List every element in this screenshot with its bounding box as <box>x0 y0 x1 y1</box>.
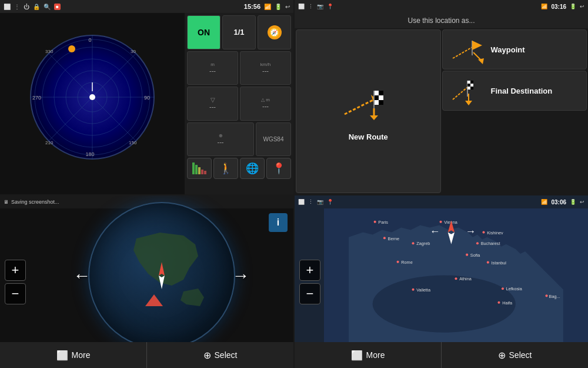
svg-marker-41 <box>478 58 484 64</box>
svg-text:Haifa: Haifa <box>502 300 513 306</box>
bars-btn[interactable] <box>187 158 212 179</box>
more-label-4: More <box>366 350 385 360</box>
select-btn-3[interactable]: ⊕ Select <box>147 342 293 368</box>
more-label-3: More <box>72 350 91 360</box>
home-icon-2: ⬜ <box>298 4 305 9</box>
svg-point-63 <box>397 261 399 263</box>
gps-wgs-cell: WGS84 <box>256 122 291 157</box>
svg-rect-32 <box>374 100 379 105</box>
zoom-out-btn[interactable]: − <box>5 283 26 304</box>
svg-text:270: 270 <box>32 95 41 101</box>
svg-text:180: 180 <box>85 151 94 157</box>
gps-row-2: m --- km/h --- <box>187 51 291 85</box>
home-icon-4: ⬜ <box>298 199 305 205</box>
gps-info-panel: ON 1/1 🧭 m --- km/h --- ▽ --- <box>185 0 293 194</box>
svg-text:Sofia: Sofia <box>470 253 481 258</box>
new-route-label: New Route <box>349 132 388 141</box>
svg-point-18 <box>89 94 95 100</box>
svg-point-57 <box>374 221 376 223</box>
back-icon[interactable]: ↩ <box>285 4 290 10</box>
svg-text:Valletta: Valletta <box>416 287 431 293</box>
select-icon-3: ⊕ <box>203 350 211 361</box>
zoom-out-btn-4[interactable]: − <box>299 283 320 304</box>
zoom-in-btn[interactable]: + <box>5 260 26 281</box>
gps-meters-cell: m --- <box>187 51 238 85</box>
pin-btn[interactable]: 📍 <box>266 158 291 179</box>
svg-point-71 <box>476 242 479 244</box>
svg-text:→: → <box>466 226 476 237</box>
svg-rect-47 <box>470 84 473 87</box>
final-dest-label: Final Destination <box>491 87 553 95</box>
back-icon-2[interactable]: ↩ <box>580 4 584 9</box>
more-btn-4[interactable]: ⬜ More <box>295 342 442 368</box>
svg-point-20 <box>68 45 75 52</box>
svg-text:Rome: Rome <box>401 260 412 265</box>
gps-row-3: ▽ --- △ m --- <box>187 87 291 121</box>
svg-marker-36 <box>370 115 378 120</box>
svg-point-69 <box>482 231 485 234</box>
svg-text:150: 150 <box>129 140 137 145</box>
signal-icon-4: 📶 <box>541 199 547 205</box>
location-title: Use this location as... <box>295 13 588 28</box>
location-options: New Route Waypoint <box>295 28 588 194</box>
gps-compass-btn[interactable]: 🧭 <box>258 15 291 49</box>
bottom-toolbar-3: ⬜ More ⊕ Select <box>0 342 293 368</box>
svg-marker-51 <box>465 101 472 105</box>
gps-bottom-buttons: 🚶 🌐 📍 <box>187 158 291 192</box>
svg-point-59 <box>383 237 386 239</box>
svg-rect-22 <box>195 165 198 174</box>
svg-text:Zagreb: Zagreb <box>416 241 430 246</box>
gps-row-4: ⊕ --- WGS84 <box>187 122 291 157</box>
select-btn-4[interactable]: ⊕ Select <box>442 342 588 368</box>
screen-icon: 🖥 <box>4 199 9 205</box>
svg-line-37 <box>453 47 473 58</box>
new-route-option[interactable]: New Route <box>296 29 441 193</box>
gps-on-cell: ON <box>187 15 220 49</box>
final-dest-option[interactable]: Final Destination <box>442 71 587 111</box>
svg-text:Bag...: Bag... <box>549 294 560 299</box>
svg-point-81 <box>497 301 500 304</box>
svg-text:Athina: Athina <box>459 276 472 281</box>
continent-svg <box>89 203 235 349</box>
camera-icon: 📷 <box>317 4 323 9</box>
svg-rect-23 <box>198 167 201 174</box>
waypoint-option[interactable]: Waypoint <box>442 29 587 69</box>
time-display: 15:56 <box>244 3 260 10</box>
svg-text:Bucharest: Bucharest <box>481 241 500 246</box>
battery-icon-2: 🔋 <box>570 4 576 9</box>
zoom-controls-4: + − <box>299 260 320 304</box>
svg-rect-21 <box>192 163 195 174</box>
wifi-icon: 📶 <box>264 4 271 10</box>
svg-rect-48 <box>467 87 470 89</box>
panel-compass: ⬜ ⋮ ⏻ 🔒 🔍 ■ 15:56 📶 🔋 ↩ <box>0 0 293 194</box>
svg-marker-52 <box>145 294 163 306</box>
menu-icon-4: ⋮ <box>308 199 313 205</box>
person-btn[interactable]: 🚶 <box>213 158 238 179</box>
back-icon-4[interactable]: ↩ <box>580 199 584 205</box>
compass-area: 0 180 270 90 30 150 210 330 <box>0 0 185 194</box>
select-icon-4: ⊕ <box>498 350 506 361</box>
pin-icon-2: 📍 <box>327 4 333 9</box>
gps-alt-cell: △ m --- <box>240 87 291 121</box>
svg-rect-45 <box>470 81 473 84</box>
globe-btn[interactable]: 🌐 <box>240 158 265 179</box>
europe-svg: Paris Berne Zagreb Rome Valletta Vienna … <box>324 208 588 342</box>
svg-text:Istanbul: Istanbul <box>491 260 506 266</box>
panel-globe: 🖥 Saving screenshot... + − i ← <box>0 195 293 368</box>
pin-icon-4: 📍 <box>327 199 333 205</box>
zoom-in-btn-4[interactable]: + <box>299 260 320 281</box>
svg-point-79 <box>502 287 504 290</box>
svg-line-26 <box>345 100 374 114</box>
svg-rect-49 <box>470 87 473 89</box>
svg-rect-33 <box>379 100 383 105</box>
more-btn-3[interactable]: ⬜ More <box>0 342 147 368</box>
gps-coords-cell: ⊕ --- <box>187 122 254 157</box>
saving-text: Saving screenshot... <box>11 199 59 205</box>
globe-sphere <box>88 202 235 349</box>
svg-text:Kishinev: Kishinev <box>487 230 503 236</box>
svg-point-75 <box>487 261 489 264</box>
svg-rect-24 <box>201 170 203 174</box>
svg-point-73 <box>466 254 468 256</box>
waypoint-label: Waypoint <box>491 45 525 54</box>
svg-rect-46 <box>467 84 470 87</box>
